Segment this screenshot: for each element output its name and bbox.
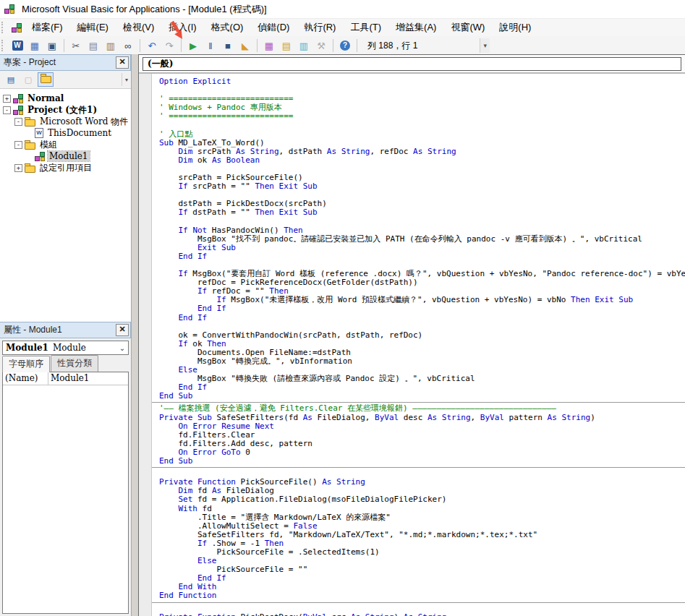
object-browser-icon: ▥ (299, 41, 308, 51)
code-line: Set fd = Application.FileDialog(msoFileD… (159, 495, 685, 504)
code-line: With fd (159, 505, 685, 513)
insert-object-icon: ▦ (30, 41, 39, 51)
tree-expander[interactable]: - (14, 141, 22, 149)
code-line: '—— 檔案挑選 (安全過濾，避免 Filters.Clear 在某些環境報錯)… (159, 404, 685, 413)
tree-item-folder-word-objects[interactable]: -Microsoft Word 物件 (0, 116, 131, 127)
tree-item-label: 模組 (38, 139, 59, 151)
redo-icon: ↷ (166, 41, 174, 51)
margin-indicator-bar[interactable] (139, 74, 152, 616)
properties-panel: 屬性 - Module1 ✕ Module1 Module ⌄ 字母順序性質分類… (0, 322, 131, 616)
menu-item[interactable]: 檔案(F) (25, 19, 70, 36)
left-column: 專案 - Project ✕ ▤▢▾ +Normal-Project (文件1)… (0, 54, 132, 616)
project-tree: +Normal-Project (文件1)-Microsoft Word 物件T… (0, 89, 131, 322)
toolbox-icon: ⚒ (317, 41, 326, 51)
tree-expander[interactable]: - (3, 106, 11, 114)
project-panel-toolbar: ▤▢▾ (0, 71, 131, 89)
tree-expander-spacer (26, 130, 33, 137)
properties-panel-header: 屬性 - Module1 ✕ (0, 322, 131, 338)
reset-icon: ■ (225, 41, 231, 51)
folder-icon (41, 76, 51, 83)
project-close-button[interactable]: ✕ (116, 56, 129, 69)
project-explorer-button[interactable]: ▦ (261, 38, 277, 53)
tree-item-module1-item[interactable]: Module1 (0, 150, 131, 162)
menu-item[interactable]: 執行(R) (297, 19, 343, 36)
toggle-folders-button[interactable] (38, 72, 54, 87)
code-line: End Sub (159, 457, 685, 466)
property-name: (Name) (3, 372, 48, 385)
project-explorer-icon: ▦ (265, 41, 273, 51)
code-line: End Sub (159, 392, 685, 401)
reset-button[interactable]: ■ (220, 38, 236, 53)
tree-item-project-document1[interactable]: -Project (文件1) (0, 104, 131, 116)
find-button[interactable]: ∞ (120, 38, 136, 53)
properties-window-button[interactable]: ▤ (278, 38, 294, 53)
code-line: End With (159, 583, 685, 591)
object-browser-button[interactable]: ▥ (296, 38, 312, 53)
tree-expander[interactable]: - (14, 118, 22, 126)
toolbar: W▦▣✂▤▥∞↶↷▶‖■◣▦▤▥⚒? 列 188，行 1 ▾ (0, 36, 685, 56)
title-bar: Microsoft Visual Basic for Applications … (0, 0, 685, 19)
code-combo-row: (一般) (139, 55, 685, 74)
word-view-button[interactable]: W (9, 38, 25, 53)
tab-alphabetic[interactable]: 字母順序 (2, 356, 50, 372)
tree-expander[interactable]: + (14, 164, 22, 172)
code-editor[interactable]: Option Explicit ' ======================… (139, 74, 685, 616)
code-line (159, 322, 685, 331)
copy-icon: ▤ (89, 41, 98, 51)
code-line: End If (159, 383, 685, 392)
help-button[interactable]: ? (337, 38, 353, 53)
tree-item-thisdocument-item[interactable]: ThisDocument (0, 127, 131, 139)
code-line: PickSourceFile = .SelectedItems(1) (159, 548, 685, 557)
toolbar-grip[interactable] (1, 40, 7, 51)
property-row[interactable]: (Name)Module1 (3, 372, 128, 385)
properties-close-button[interactable]: ✕ (116, 324, 129, 336)
object-dropdown[interactable]: (一般) (142, 57, 681, 71)
code-line: End If (159, 252, 685, 261)
tree-item-folder-modules[interactable]: -模組 (0, 139, 131, 150)
menu-item[interactable]: 工具(T) (343, 19, 388, 36)
menu-grip[interactable] (1, 22, 7, 33)
view-object-button[interactable]: ▢ (20, 72, 36, 87)
tree-item-label: Project (文件1) (26, 104, 98, 116)
menu-item[interactable]: 格式(O) (204, 19, 251, 36)
view-code-button[interactable]: ▤ (3, 72, 19, 87)
break-button[interactable]: ‖ (203, 38, 218, 53)
cut-icon: ✂ (72, 41, 80, 51)
cut-button[interactable]: ✂ (68, 38, 84, 53)
redo-button[interactable]: ↷ (161, 38, 177, 53)
code-line (159, 218, 685, 226)
properties-object-name: Module1 (6, 343, 48, 353)
menu-item[interactable]: 說明(H) (492, 19, 538, 36)
folder-open-icon (25, 119, 35, 127)
properties-object-dropdown[interactable]: Module1 Module ⌄ (2, 341, 129, 355)
menu-item[interactable]: 增益集(A) (388, 19, 443, 36)
tab-categorized[interactable]: 性質分類 (51, 355, 98, 372)
tree-item-folder-references[interactable]: +設定引用項目 (0, 162, 131, 174)
tree-item-project-normal[interactable]: +Normal (0, 93, 131, 104)
insert-object-button[interactable]: ▦ (27, 38, 43, 53)
copy-button[interactable]: ▤ (85, 38, 101, 53)
undo-icon: ↶ (148, 41, 156, 51)
vb-project-icon (13, 106, 23, 115)
toolbar-overflow-button[interactable]: ▾ (480, 38, 490, 53)
undo-button[interactable]: ↶ (144, 38, 160, 53)
tree-expander[interactable]: + (3, 95, 11, 103)
menu-item[interactable]: 檢視(V) (116, 19, 161, 36)
procedure-separator (139, 467, 685, 468)
tree-expander-spacer (26, 153, 33, 160)
save-button[interactable]: ▣ (44, 38, 60, 53)
code-line: If srcPath = "" Then Exit Sub (159, 182, 685, 191)
panel-overflow-button[interactable]: ▾ (122, 73, 131, 86)
window-title: Microsoft Visual Basic for Applications … (22, 3, 267, 16)
property-value[interactable]: Module1 (48, 372, 128, 385)
main-area: 專案 - Project ✕ ▤▢▾ +Normal-Project (文件1)… (0, 54, 685, 616)
menu-item[interactable]: 偵錯(D) (250, 19, 297, 36)
toolbox-button[interactable]: ⚒ (313, 38, 329, 53)
run-button[interactable]: ▶ (185, 38, 201, 53)
design-mode-button[interactable]: ◣ (237, 38, 253, 53)
paste-button[interactable]: ▥ (103, 38, 119, 53)
break-icon: ‖ (208, 41, 212, 51)
menu-item[interactable]: 插入(I) (161, 19, 203, 36)
menu-item[interactable]: 編輯(E) (70, 19, 116, 36)
menu-item[interactable]: 視窗(W) (443, 19, 492, 36)
